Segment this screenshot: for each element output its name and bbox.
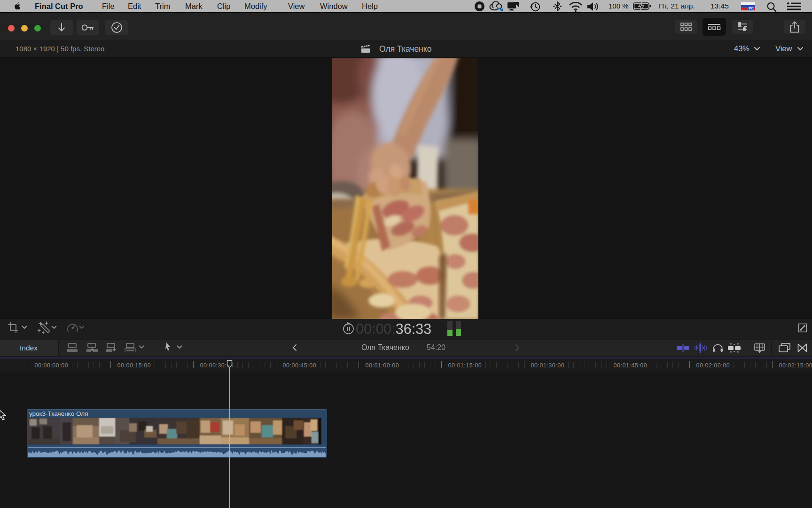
svg-text:PC: PC: [749, 6, 754, 10]
